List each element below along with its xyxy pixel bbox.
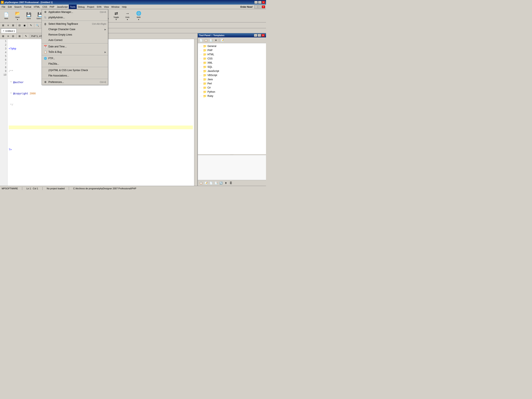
tree-label-java: Java: [207, 78, 213, 81]
tp-bottom-btn-3[interactable]: 📄: [209, 181, 213, 185]
menu-change-case[interactable]: Change Character Case ▶: [42, 27, 108, 32]
tp-btn-2[interactable]: 📋: [204, 38, 208, 43]
t2-btn-2[interactable]: ≡: [6, 23, 10, 28]
tab-close-icon[interactable]: ✕: [3, 30, 4, 32]
menu-minimize-button[interactable]: ─: [254, 5, 258, 8]
open-label: Open: [15, 16, 20, 18]
menu-todo-bug[interactable]: 📋 ToDo & Bug ▶: [42, 49, 108, 55]
t2-btn-5[interactable]: ◉: [22, 23, 27, 28]
goto-button[interactable]: → Goto ▼: [122, 10, 133, 21]
tree-item-xml[interactable]: · · · 📁 XML: [199, 61, 265, 65]
tp-btn-3[interactable]: 📑: [209, 38, 213, 43]
tree-item-general[interactable]: · · · 📁 General: [199, 44, 265, 48]
menu-edit[interactable]: Edit: [7, 5, 13, 9]
menu-file-associations[interactable]: File Associations...: [42, 73, 108, 78]
t2-sep-3: [34, 24, 34, 27]
menu-remove-empty[interactable]: Remove Empty Lines: [42, 32, 108, 38]
menu-auto-correct[interactable]: Auto Correct: [42, 38, 108, 43]
t2-btn-7[interactable]: 🔍: [35, 23, 40, 28]
change-case-label: Change Character Case: [48, 28, 75, 31]
new-button[interactable]: 📄 New: [1, 10, 12, 21]
minimize-button[interactable]: ─: [254, 1, 258, 4]
tree-item-perl[interactable]: · · · 📁 Perl: [199, 82, 265, 86]
editor-btn-2[interactable]: ≡: [6, 34, 10, 38]
tp-bottom-btn-2[interactable]: 📝: [204, 181, 208, 185]
tree-item-python[interactable]: · · · 📁 Python: [199, 90, 265, 94]
tp-btn-5[interactable]: 📝: [220, 38, 225, 43]
line-num-7: 7: [1, 62, 6, 66]
menu-svn[interactable]: SVN: [95, 5, 103, 9]
t2-btn-1[interactable]: ⊞: [1, 23, 5, 28]
menu-select-matching[interactable]: {} Select Matching Tag/Brace Ctrl+Alt+Ri…: [42, 21, 108, 27]
tree-item-vbscript[interactable]: · · · 📁 VBScript: [199, 73, 265, 77]
editor-btn-3[interactable]: ⊟: [11, 34, 15, 38]
tool-panel-bottom-toolbar: 📋 📝 📄 📑 🔄 ⬆ 🗄: [198, 180, 266, 186]
phpmyadmin-icon: 🐘: [44, 16, 47, 19]
menu-css[interactable]: CSS: [41, 5, 48, 9]
tree-item-css[interactable]: · · · 📁 CSS: [199, 57, 265, 61]
tp-bottom-btn-5[interactable]: 🔄: [219, 181, 223, 185]
folder-icon-xml: 📁: [203, 61, 207, 64]
editor-btn-4[interactable]: ⊞: [17, 34, 22, 38]
status-sep-2: [42, 187, 43, 190]
preferences-shortcut: Ctrl+E: [100, 81, 106, 83]
t2-btn-6[interactable]: ✎: [29, 23, 33, 28]
tp-bottom-btn-6[interactable]: ⬆: [224, 181, 228, 185]
menu-file[interactable]: File: [0, 5, 7, 9]
tp-bottom-btn-4[interactable]: 📑: [214, 181, 218, 185]
editor-scrollbar[interactable]: [194, 39, 197, 186]
menu-date-time[interactable]: 📅 Date and Time...: [42, 44, 108, 49]
tool-panel-maximize[interactable]: □: [258, 34, 261, 37]
tree-item-java[interactable]: · · · 📁 Java: [199, 77, 265, 82]
new-icon: 📄: [4, 12, 9, 17]
open-button[interactable]: 📂 Open ▼: [12, 10, 23, 21]
menu-phpmyadmin[interactable]: 🐘 phpMyAdmin...: [42, 15, 108, 20]
menu-search[interactable]: Search: [13, 5, 23, 9]
t2-btn-3[interactable]: ⊞: [11, 23, 15, 28]
editor-btn-1[interactable]: ⊞: [1, 34, 5, 38]
menu-format[interactable]: Format: [23, 5, 33, 9]
tp-btn-1[interactable]: 📄: [199, 38, 203, 43]
menu-close-button[interactable]: ✕: [262, 5, 265, 8]
tp-bottom-btn-7[interactable]: 🗄: [228, 181, 233, 185]
menu-xhtml-css[interactable]: (X)HTML & CSS Live Syntax Check: [42, 68, 108, 73]
menu-view[interactable]: View: [103, 5, 110, 9]
menu-preferences[interactable]: ⚙ Preferences... Ctrl+E: [42, 79, 108, 85]
toggle-button[interactable]: ⇄ Toggle ▼: [111, 10, 121, 21]
app-manager-label: Application Manager...: [48, 11, 73, 13]
menu-php[interactable]: PHP: [48, 5, 56, 9]
tp-btn-4[interactable]: ✕: [214, 38, 218, 43]
menu-window[interactable]: Window: [110, 5, 121, 9]
menu-debug[interactable]: Debug: [77, 5, 86, 9]
close-button[interactable]: ✕: [262, 1, 265, 4]
tab-untitled1[interactable]: ✕ Untitled 1: [1, 28, 17, 33]
menu-maximize-button[interactable]: □: [258, 5, 261, 8]
menu-html[interactable]: HTML: [32, 5, 41, 9]
tree-item-csharp[interactable]: · · · 📁 C#: [199, 86, 265, 90]
tree-label-javascript: JavaScript: [207, 70, 219, 73]
menu-tools[interactable]: Tools: [69, 5, 77, 9]
tree-item-sql[interactable]: · · · 📁 SQL: [199, 65, 265, 69]
app-icon: ✎: [1, 1, 4, 4]
menu-help[interactable]: Help: [121, 5, 128, 9]
tool-panel-close[interactable]: ✕: [261, 34, 265, 37]
tool-panel-minimize[interactable]: ─: [254, 34, 257, 37]
menu-project[interactable]: Project: [86, 5, 95, 9]
menu-application-manager[interactable]: ⚙ Application Manager... Ctrl+K: [42, 9, 108, 15]
line-num-6: 6: [1, 58, 6, 62]
tree-item-php[interactable]: · · · 📁 PHP: [199, 48, 265, 52]
menu-javascript[interactable]: JavaScript: [56, 5, 69, 9]
menu-filezilla[interactable]: FileZilla...: [42, 61, 108, 66]
web-button[interactable]: 🌐 Web ▼: [133, 10, 144, 21]
tp-bottom-btn-1[interactable]: 📋: [199, 181, 203, 185]
preferences-icon: ⚙: [44, 80, 47, 84]
tree-item-javascript[interactable]: · · · 📁 JavaScript: [199, 69, 265, 73]
maximize-button[interactable]: □: [258, 1, 261, 4]
select-matching-shortcut: Ctrl+Alt+Right: [92, 23, 106, 25]
menu-ftp[interactable]: 🌐 FTP...: [42, 56, 108, 61]
tree-item-html[interactable]: · · · 📁 HTML: [199, 52, 265, 57]
editor-btn-5[interactable]: ✎: [24, 34, 28, 38]
tree-item-ruby[interactable]: · · · 📁 Ruby: [199, 94, 265, 98]
save-button[interactable]: 💾 Save: [23, 10, 34, 21]
t2-btn-4[interactable]: ⊟: [17, 23, 22, 28]
